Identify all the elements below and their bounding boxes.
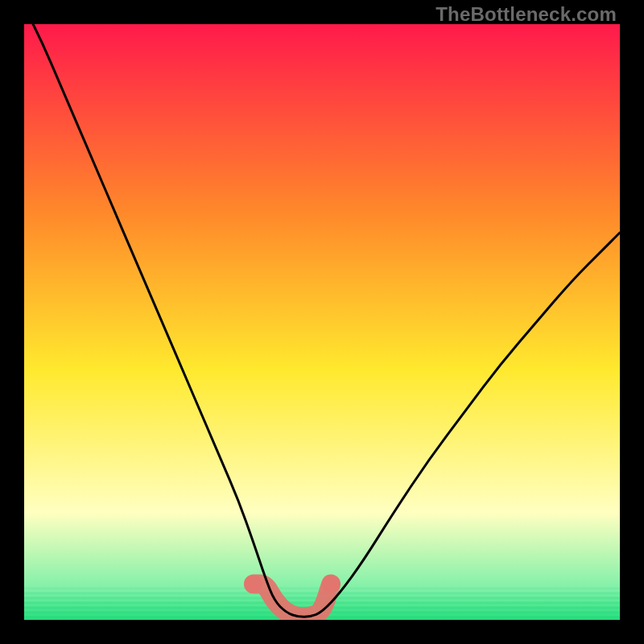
gradient-background — [24, 24, 620, 620]
outer-frame: TheBottleneck.com — [0, 0, 644, 644]
sweet-spot-endpoint — [245, 576, 262, 593]
sweet-spot-endpoint — [322, 576, 340, 593]
bottleneck-chart — [24, 24, 620, 620]
plot-area — [24, 24, 620, 620]
watermark-text: TheBottleneck.com — [436, 3, 617, 26]
